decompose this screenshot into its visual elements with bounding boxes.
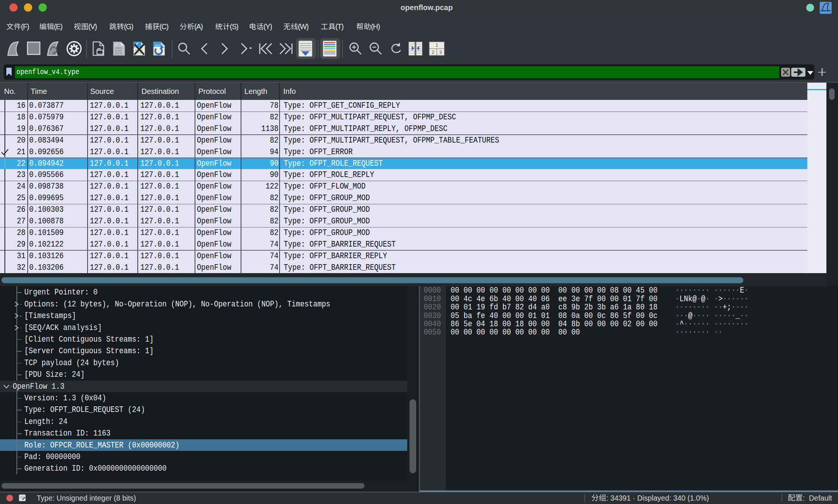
svg-text:1: 1: [436, 43, 438, 48]
svg-text:01101: 01101: [115, 50, 122, 52]
svg-text:2: 2: [432, 50, 435, 55]
svg-text:01110: 01110: [115, 52, 122, 55]
svg-text:1010: 1010: [155, 45, 161, 47]
svg-text:01010: 01010: [115, 47, 122, 50]
svg-text:3: 3: [439, 50, 442, 55]
